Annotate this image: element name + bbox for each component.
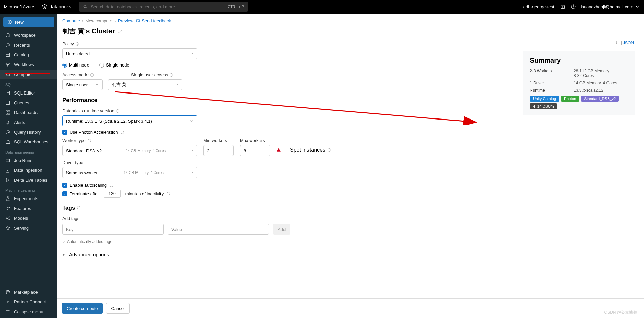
watermark: CSDN @發糞塗牆 [604, 310, 637, 315]
ui-toggle[interactable]: UI [616, 41, 620, 45]
svg-point-41 [91, 73, 94, 76]
autoscale-checkbox[interactable]: ✓ [62, 183, 67, 188]
crumb-compute[interactable]: Compute [62, 18, 80, 23]
tag-value-input[interactable] [168, 224, 269, 235]
min-workers-label: Min workers [203, 138, 234, 143]
chevron-down-icon [635, 4, 640, 9]
sidebar-item-dashboards[interactable]: Dashboards [0, 108, 57, 117]
search-kbd: CTRL + P [228, 5, 244, 9]
svg-point-44 [121, 131, 124, 134]
sidebar-item-queries[interactable]: Queries [0, 98, 57, 108]
info-icon [109, 183, 114, 187]
gift-icon[interactable] [560, 4, 565, 9]
svg-point-32 [9, 219, 10, 220]
svg-point-43 [116, 109, 119, 112]
group-ml: Machine Learning [0, 185, 57, 194]
info-icon [169, 73, 173, 77]
info-icon [90, 73, 94, 77]
summary-driver-label: 1 Driver [530, 81, 574, 85]
photon-check-row: ✓Use Photon Acceleration [62, 130, 644, 135]
advanced-options-toggle[interactable]: Advanced options [62, 251, 644, 257]
sidebar-item-partner[interactable]: Partner Connect [0, 297, 57, 307]
sidebar-item-query-history[interactable]: Query History [0, 127, 57, 137]
chevron-down-icon [190, 119, 194, 123]
sidebar-item-compute[interactable]: Compute [0, 70, 57, 79]
svg-rect-20 [6, 111, 7, 112]
tag-key-input[interactable] [62, 224, 164, 235]
max-workers-label: Max workers [240, 138, 270, 143]
databricks-logo[interactable]: databricks [42, 4, 71, 10]
pencil-icon[interactable] [118, 29, 122, 34]
feedback-link[interactable]: Send feedback [135, 18, 171, 23]
svg-rect-22 [6, 113, 7, 114]
topbar-right: adb-george-test huangzhaoji@hotmail.com [523, 4, 640, 9]
crumb-preview[interactable]: Preview [118, 18, 133, 23]
min-workers-input[interactable] [203, 145, 234, 156]
bell-icon [5, 120, 10, 125]
sidebar-item-sql-warehouses[interactable]: SQL Warehouses [0, 137, 57, 147]
divider [38, 3, 38, 10]
svg-point-30 [6, 218, 7, 219]
info-icon [116, 109, 120, 113]
info-icon[interactable] [75, 42, 79, 46]
svg-point-49 [77, 206, 80, 209]
help-icon[interactable] [571, 4, 576, 9]
sidebar-item-workflows[interactable]: Workflows [0, 60, 57, 70]
sidebar-item-serving[interactable]: Serving [0, 223, 57, 233]
sidebar-item-collapse[interactable]: Collapse menu [0, 307, 57, 317]
policy-select[interactable]: Unrestricted [62, 48, 197, 59]
user-menu[interactable]: huangzhaoji@hotmail.com [581, 4, 640, 9]
sidebar-item-features[interactable]: Features [0, 204, 57, 213]
terminate-checkbox[interactable]: ✓ [62, 191, 67, 196]
create-button[interactable]: Create compute [62, 303, 103, 314]
sidebar-item-sql-editor[interactable]: SQL Editor [0, 88, 57, 98]
spot-checkbox[interactable] [283, 148, 288, 152]
access-mode-label: Access mode [62, 72, 94, 77]
cloud-icon [5, 72, 10, 77]
sidebar-item-experiments[interactable]: Experiments [0, 194, 57, 204]
workspace-name[interactable]: adb-george-test [523, 4, 554, 9]
workspace-icon [5, 33, 10, 38]
auto-tags-toggle[interactable]: Automatically added tags [62, 239, 644, 244]
page-title: 钊吉 黄's Cluster [62, 27, 644, 36]
driver-type-select[interactable]: Same as worker14 GB Memory, 4 Cores [62, 167, 197, 178]
sidebar-item-recents[interactable]: Recents [0, 40, 57, 50]
history-icon [5, 130, 10, 135]
worker-type-select[interactable]: Standard_DS3_v214 GB Memory, 4 Cores [62, 145, 197, 156]
sidebar-item-marketplace[interactable]: Marketplace [0, 287, 57, 297]
terminate-input[interactable] [104, 190, 121, 198]
sidebar-item-data-ingestion[interactable]: Data Ingestion [0, 165, 57, 175]
search-box[interactable]: CTRL + P [79, 2, 248, 12]
caret-right-icon [62, 253, 66, 256]
svg-rect-21 [8, 111, 10, 112]
badge-standard: Standard_DS3_v2 [581, 96, 619, 102]
sidebar-item-workspace[interactable]: Workspace [0, 30, 57, 40]
sidebar-item-models[interactable]: Models [0, 213, 57, 223]
json-toggle[interactable]: JSON [623, 41, 634, 45]
multi-node-radio[interactable]: Multi node [62, 62, 89, 68]
runtime-select[interactable]: Runtime: 13.3 LTS (Scala 2.12, Spark 3.4… [62, 115, 197, 126]
single-node-radio[interactable]: Single node [99, 62, 129, 68]
max-workers-input[interactable] [240, 145, 270, 156]
access-mode-select[interactable]: Single user [62, 79, 103, 90]
terminate-row: ✓Terminate afterminutes of inactivity [62, 190, 644, 198]
add-tag-button[interactable]: Add [273, 224, 290, 235]
topbar: Microsoft Azure databricks CTRL + P adb-… [0, 0, 644, 14]
svg-line-34 [7, 218, 9, 219]
new-button[interactable]: New [3, 17, 54, 27]
photon-checkbox[interactable]: ✓ [62, 130, 67, 135]
svg-point-13 [9, 63, 10, 64]
sidebar-item-job-runs[interactable]: Job Runs [0, 156, 57, 165]
partner-icon [5, 299, 10, 304]
svg-rect-25 [6, 159, 10, 162]
sidebar-item-catalog[interactable]: Catalog [0, 50, 57, 60]
info-icon [166, 192, 170, 196]
content: Compute › New compute › Preview Send fee… [57, 14, 644, 318]
sidebar-item-alerts[interactable]: Alerts [0, 117, 57, 127]
badge-dbu: 4–14 DBU/h [530, 103, 557, 109]
single-user-select[interactable]: 钊吉 黄 [108, 79, 182, 90]
cancel-button[interactable]: Cancel [106, 303, 130, 314]
svg-rect-15 [6, 91, 10, 95]
search-input[interactable] [91, 4, 228, 9]
sidebar-item-dlt[interactable]: Delta Live Tables [0, 175, 57, 185]
